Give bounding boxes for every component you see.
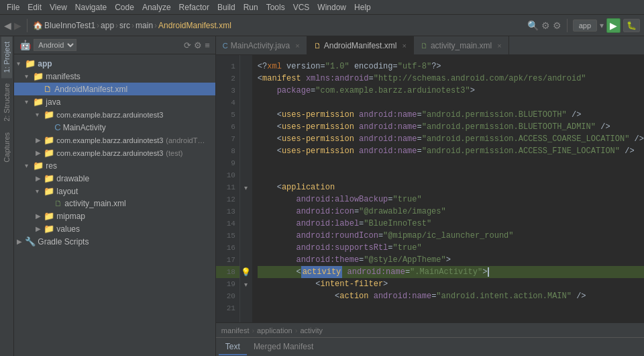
- tab-androidmanifest-close[interactable]: ×: [402, 42, 406, 50]
- fold-arrow-11[interactable]: ▾: [244, 184, 248, 191]
- menu-build[interactable]: Build: [213, 3, 239, 12]
- menu-view[interactable]: View: [46, 3, 71, 12]
- menu-bar: File Edit View Navigate Code Analyze Ref…: [0, 0, 644, 15]
- bc-sep4: ›: [154, 21, 157, 30]
- more-icon[interactable]: ≡: [205, 40, 210, 50]
- intention-bulb-18[interactable]: 💡: [241, 267, 251, 277]
- bc-sep1: ›: [97, 21, 99, 30]
- tree-item-java[interactable]: ▾ 📁 java: [14, 95, 215, 108]
- linenum-1: 1: [216, 60, 239, 73]
- toolbar-extra-icon[interactable]: ⚙: [553, 20, 561, 31]
- tab-mainactivity[interactable]: C MainActivity.java ×: [216, 36, 307, 55]
- tree-arrow-com1: ▾: [36, 111, 44, 118]
- menu-tools[interactable]: Tools: [262, 3, 289, 12]
- tree-item-mipmap[interactable]: ▶ 📁 mipmap: [14, 210, 215, 222]
- gutter-7: [240, 133, 252, 145]
- tab-text[interactable]: Text: [219, 339, 247, 355]
- tree-label-manifests: manifests: [46, 72, 80, 81]
- tree-item-activitymain[interactable]: 🗋 activity_main.xml: [14, 197, 215, 210]
- gradle-icon: 🔧: [25, 236, 36, 247]
- code-line-11: <application: [258, 181, 644, 193]
- breadcrumb-file[interactable]: AndroidManifest.xml: [158, 21, 231, 30]
- sync-icon[interactable]: ⟳: [184, 40, 191, 50]
- settings-icon[interactable]: ⚙: [541, 20, 550, 31]
- tab-activitymain-close[interactable]: ×: [497, 42, 501, 50]
- breadcrumb-project[interactable]: 🏠: [33, 21, 43, 30]
- code-content[interactable]: <?xml version="1.0" encoding="utf-8"?> <…: [252, 55, 644, 322]
- gutter-20: [240, 290, 252, 302]
- tree-item-com1[interactable]: ▾ 📁 com.example.barzz.arduinotest3: [14, 108, 215, 121]
- search-toolbar-icon[interactable]: 🔍: [527, 20, 539, 31]
- bc-sep3: ›: [131, 21, 134, 30]
- bottom-tabs: Text Merged Manifest: [216, 337, 644, 356]
- debug-button[interactable]: 🐛: [623, 19, 640, 32]
- tree-item-res[interactable]: ▾ 📁 res: [14, 159, 215, 172]
- run-button[interactable]: ▶: [606, 18, 621, 33]
- gutter-18[interactable]: 💡: [240, 266, 252, 278]
- back-icon[interactable]: ◀: [4, 20, 11, 31]
- line-numbers: 1 2 3 4 5 6 7 8 9 10 11 12 13 14 15 16 1…: [216, 55, 240, 322]
- menu-analyze[interactable]: Analyze: [138, 3, 175, 12]
- java-icon-mainactivity: C: [54, 122, 60, 132]
- project-view-dropdown[interactable]: Android Project: [34, 39, 76, 51]
- tree-item-gradle[interactable]: ▶ 🔧 Gradle Scripts: [14, 235, 215, 248]
- breadcrumb-src[interactable]: src: [119, 21, 130, 30]
- menu-help[interactable]: Help: [350, 3, 375, 12]
- tab-androidmanifest[interactable]: 🗋 AndroidManifest.xml ×: [307, 36, 414, 55]
- linenum-16: 16: [216, 242, 239, 254]
- menu-edit[interactable]: Edit: [23, 3, 46, 12]
- code-line-2: <manifest xmlns:android="http://schemas.…: [258, 73, 644, 85]
- code-line-9: [258, 157, 644, 169]
- breadcrumb-app[interactable]: app: [101, 21, 114, 30]
- menu-refactor[interactable]: Refactor: [175, 3, 213, 12]
- sidebar-tab-project[interactable]: 1: Project: [1, 36, 12, 78]
- breadcrumb-activity[interactable]: activity: [300, 326, 323, 335]
- sidebar-tab-structure[interactable]: 2: Structure: [1, 78, 12, 127]
- menu-vcs[interactable]: VCS: [289, 3, 314, 12]
- sidebar-tab-captures[interactable]: Captures: [1, 127, 12, 168]
- left-sidebar-tabs: 1: Project 2: Structure Captures: [0, 36, 14, 356]
- editor-breadcrumb: manifest › application › activity: [216, 322, 644, 337]
- breadcrumb-manifest[interactable]: manifest: [221, 326, 250, 335]
- linenum-20: 20: [216, 290, 239, 302]
- breadcrumb-main[interactable]: main: [136, 21, 153, 30]
- code-line-7: <uses-permission android:name="android.p…: [258, 133, 644, 145]
- menu-window[interactable]: Window: [313, 3, 350, 12]
- tree-item-com3[interactable]: ▶ 📁 com.example.barzz.arduinotest3 (test…: [14, 146, 215, 159]
- fold-arrow-19[interactable]: ▾: [244, 281, 248, 288]
- tree-item-app[interactable]: ▾ 📁 app: [14, 57, 215, 70]
- tree-item-layout[interactable]: ▾ 📁 layout: [14, 185, 215, 197]
- settings-proj-icon[interactable]: ⚙: [194, 40, 202, 50]
- gutter-19[interactable]: ▾: [240, 278, 252, 290]
- gutter-10: [240, 169, 252, 181]
- android-icon: 🤖: [19, 40, 31, 50]
- forward-icon[interactable]: ▶: [14, 20, 21, 31]
- tree-item-androidmanifest[interactable]: 🗋 AndroidManifest.xml: [14, 83, 215, 95]
- menu-navigate[interactable]: Navigate: [71, 3, 111, 12]
- menu-run[interactable]: Run: [239, 3, 262, 12]
- tree-arrow-com2: ▶: [36, 136, 44, 144]
- gutter-11[interactable]: ▾: [240, 181, 252, 193]
- tree-label-com1: com.example.barzz.arduinotest3: [56, 111, 163, 119]
- project-panel: 🤖 Android Project ⟳ ⚙ ≡ ▾ 📁 app ▾: [14, 36, 216, 356]
- run-config-arrow[interactable]: ▾: [600, 21, 604, 30]
- tree-label-app: app: [38, 59, 52, 69]
- run-config-btn[interactable]: app: [573, 19, 597, 32]
- tab-activitymain[interactable]: 🗋 activity_main.xml ×: [414, 36, 509, 55]
- menu-code[interactable]: Code: [111, 3, 138, 12]
- code-line-12: android:allowBackup="true": [258, 193, 644, 206]
- breadcrumb-application[interactable]: application: [257, 326, 292, 335]
- project-tree: ▾ 📁 app ▾ 📁 manifests 🗋 AndroidManifest.…: [14, 54, 215, 356]
- menu-file[interactable]: File: [3, 3, 23, 12]
- tab-merged-manifest[interactable]: Merged Manifest: [247, 339, 320, 355]
- tree-item-manifests[interactable]: ▾ 📁 manifests: [14, 70, 215, 83]
- tree-tag-com2: (androidT…: [166, 136, 205, 144]
- tree-item-values[interactable]: ▶ 📁 values: [14, 222, 215, 235]
- tree-item-mainactivity[interactable]: C MainActivity: [14, 121, 215, 134]
- tree-item-drawable[interactable]: ▶ 📁 drawable: [14, 172, 215, 185]
- tree-arrow-layout: ▾: [36, 187, 44, 195]
- tab-mainactivity-close[interactable]: ×: [295, 42, 299, 50]
- tree-item-com2[interactable]: ▶ 📁 com.example.barzz.arduinotest3 (andr…: [14, 134, 215, 146]
- editor-tabs: C MainActivity.java × 🗋 AndroidManifest.…: [216, 36, 644, 55]
- breadcrumb-project-label[interactable]: BlueInnoTest1: [44, 21, 95, 30]
